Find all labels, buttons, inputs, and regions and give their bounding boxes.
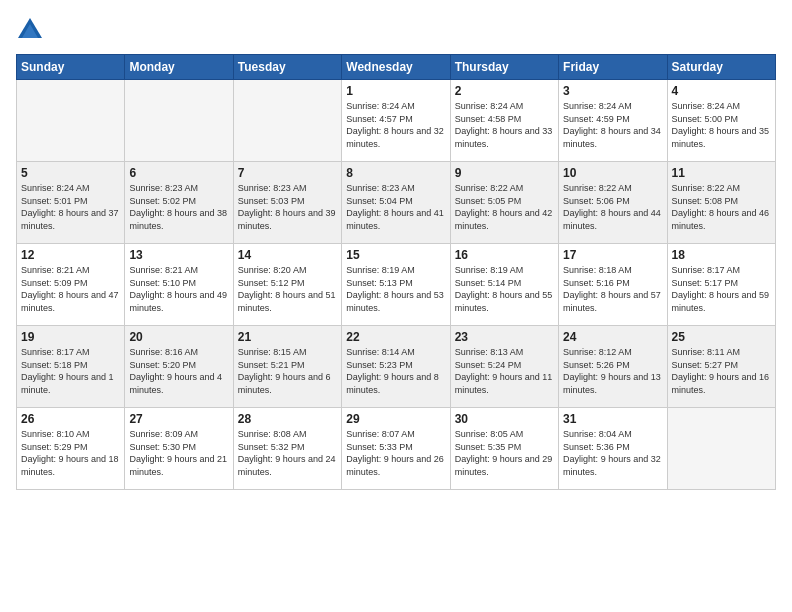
calendar-cell: 19Sunrise: 8:17 AM Sunset: 5:18 PM Dayli… — [17, 326, 125, 408]
day-number: 4 — [672, 84, 771, 98]
weekday-tuesday: Tuesday — [233, 55, 341, 80]
day-number: 19 — [21, 330, 120, 344]
day-info: Sunrise: 8:21 AM Sunset: 5:10 PM Dayligh… — [129, 264, 228, 314]
day-number: 12 — [21, 248, 120, 262]
day-info: Sunrise: 8:07 AM Sunset: 5:33 PM Dayligh… — [346, 428, 445, 478]
day-info: Sunrise: 8:23 AM Sunset: 5:04 PM Dayligh… — [346, 182, 445, 232]
day-info: Sunrise: 8:19 AM Sunset: 5:14 PM Dayligh… — [455, 264, 554, 314]
day-number: 29 — [346, 412, 445, 426]
day-info: Sunrise: 8:24 AM Sunset: 4:57 PM Dayligh… — [346, 100, 445, 150]
week-row-5: 26Sunrise: 8:10 AM Sunset: 5:29 PM Dayli… — [17, 408, 776, 490]
day-info: Sunrise: 8:13 AM Sunset: 5:24 PM Dayligh… — [455, 346, 554, 396]
calendar-cell: 20Sunrise: 8:16 AM Sunset: 5:20 PM Dayli… — [125, 326, 233, 408]
day-number: 15 — [346, 248, 445, 262]
day-number: 17 — [563, 248, 662, 262]
calendar-cell: 14Sunrise: 8:20 AM Sunset: 5:12 PM Dayli… — [233, 244, 341, 326]
calendar-cell — [667, 408, 775, 490]
day-info: Sunrise: 8:12 AM Sunset: 5:26 PM Dayligh… — [563, 346, 662, 396]
calendar-cell: 3Sunrise: 8:24 AM Sunset: 4:59 PM Daylig… — [559, 80, 667, 162]
calendar-cell: 12Sunrise: 8:21 AM Sunset: 5:09 PM Dayli… — [17, 244, 125, 326]
calendar-cell: 28Sunrise: 8:08 AM Sunset: 5:32 PM Dayli… — [233, 408, 341, 490]
day-number: 16 — [455, 248, 554, 262]
day-number: 10 — [563, 166, 662, 180]
calendar-cell: 2Sunrise: 8:24 AM Sunset: 4:58 PM Daylig… — [450, 80, 558, 162]
logo-icon — [16, 16, 44, 44]
day-number: 3 — [563, 84, 662, 98]
day-number: 9 — [455, 166, 554, 180]
calendar-cell: 25Sunrise: 8:11 AM Sunset: 5:27 PM Dayli… — [667, 326, 775, 408]
calendar-cell: 18Sunrise: 8:17 AM Sunset: 5:17 PM Dayli… — [667, 244, 775, 326]
calendar-cell: 16Sunrise: 8:19 AM Sunset: 5:14 PM Dayli… — [450, 244, 558, 326]
calendar-cell — [233, 80, 341, 162]
calendar-cell: 29Sunrise: 8:07 AM Sunset: 5:33 PM Dayli… — [342, 408, 450, 490]
day-number: 24 — [563, 330, 662, 344]
day-number: 7 — [238, 166, 337, 180]
day-info: Sunrise: 8:08 AM Sunset: 5:32 PM Dayligh… — [238, 428, 337, 478]
calendar-cell: 11Sunrise: 8:22 AM Sunset: 5:08 PM Dayli… — [667, 162, 775, 244]
day-info: Sunrise: 8:22 AM Sunset: 5:05 PM Dayligh… — [455, 182, 554, 232]
week-row-4: 19Sunrise: 8:17 AM Sunset: 5:18 PM Dayli… — [17, 326, 776, 408]
day-info: Sunrise: 8:23 AM Sunset: 5:03 PM Dayligh… — [238, 182, 337, 232]
calendar-cell: 27Sunrise: 8:09 AM Sunset: 5:30 PM Dayli… — [125, 408, 233, 490]
day-info: Sunrise: 8:16 AM Sunset: 5:20 PM Dayligh… — [129, 346, 228, 396]
weekday-thursday: Thursday — [450, 55, 558, 80]
calendar-cell: 1Sunrise: 8:24 AM Sunset: 4:57 PM Daylig… — [342, 80, 450, 162]
day-number: 23 — [455, 330, 554, 344]
calendar-cell: 17Sunrise: 8:18 AM Sunset: 5:16 PM Dayli… — [559, 244, 667, 326]
day-info: Sunrise: 8:15 AM Sunset: 5:21 PM Dayligh… — [238, 346, 337, 396]
day-info: Sunrise: 8:17 AM Sunset: 5:17 PM Dayligh… — [672, 264, 771, 314]
calendar-cell: 22Sunrise: 8:14 AM Sunset: 5:23 PM Dayli… — [342, 326, 450, 408]
day-info: Sunrise: 8:22 AM Sunset: 5:06 PM Dayligh… — [563, 182, 662, 232]
header — [16, 16, 776, 44]
calendar-cell: 13Sunrise: 8:21 AM Sunset: 5:10 PM Dayli… — [125, 244, 233, 326]
day-number: 26 — [21, 412, 120, 426]
day-info: Sunrise: 8:24 AM Sunset: 4:59 PM Dayligh… — [563, 100, 662, 150]
day-number: 18 — [672, 248, 771, 262]
day-number: 2 — [455, 84, 554, 98]
day-info: Sunrise: 8:23 AM Sunset: 5:02 PM Dayligh… — [129, 182, 228, 232]
day-number: 22 — [346, 330, 445, 344]
calendar-cell: 5Sunrise: 8:24 AM Sunset: 5:01 PM Daylig… — [17, 162, 125, 244]
week-row-2: 5Sunrise: 8:24 AM Sunset: 5:01 PM Daylig… — [17, 162, 776, 244]
day-number: 21 — [238, 330, 337, 344]
page: SundayMondayTuesdayWednesdayThursdayFrid… — [0, 0, 792, 612]
calendar-cell: 30Sunrise: 8:05 AM Sunset: 5:35 PM Dayli… — [450, 408, 558, 490]
day-info: Sunrise: 8:19 AM Sunset: 5:13 PM Dayligh… — [346, 264, 445, 314]
day-number: 8 — [346, 166, 445, 180]
calendar-cell: 4Sunrise: 8:24 AM Sunset: 5:00 PM Daylig… — [667, 80, 775, 162]
day-number: 25 — [672, 330, 771, 344]
calendar-cell: 10Sunrise: 8:22 AM Sunset: 5:06 PM Dayli… — [559, 162, 667, 244]
week-row-1: 1Sunrise: 8:24 AM Sunset: 4:57 PM Daylig… — [17, 80, 776, 162]
calendar-cell: 6Sunrise: 8:23 AM Sunset: 5:02 PM Daylig… — [125, 162, 233, 244]
day-info: Sunrise: 8:18 AM Sunset: 5:16 PM Dayligh… — [563, 264, 662, 314]
weekday-monday: Monday — [125, 55, 233, 80]
day-number: 27 — [129, 412, 228, 426]
day-info: Sunrise: 8:24 AM Sunset: 5:01 PM Dayligh… — [21, 182, 120, 232]
calendar-cell: 21Sunrise: 8:15 AM Sunset: 5:21 PM Dayli… — [233, 326, 341, 408]
weekday-saturday: Saturday — [667, 55, 775, 80]
day-info: Sunrise: 8:09 AM Sunset: 5:30 PM Dayligh… — [129, 428, 228, 478]
day-number: 14 — [238, 248, 337, 262]
weekday-sunday: Sunday — [17, 55, 125, 80]
weekday-friday: Friday — [559, 55, 667, 80]
day-number: 20 — [129, 330, 228, 344]
weekday-wednesday: Wednesday — [342, 55, 450, 80]
calendar-cell: 9Sunrise: 8:22 AM Sunset: 5:05 PM Daylig… — [450, 162, 558, 244]
day-number: 13 — [129, 248, 228, 262]
calendar-cell: 26Sunrise: 8:10 AM Sunset: 5:29 PM Dayli… — [17, 408, 125, 490]
day-info: Sunrise: 8:21 AM Sunset: 5:09 PM Dayligh… — [21, 264, 120, 314]
day-number: 6 — [129, 166, 228, 180]
day-number: 31 — [563, 412, 662, 426]
day-number: 5 — [21, 166, 120, 180]
day-info: Sunrise: 8:14 AM Sunset: 5:23 PM Dayligh… — [346, 346, 445, 396]
day-info: Sunrise: 8:17 AM Sunset: 5:18 PM Dayligh… — [21, 346, 120, 396]
calendar-cell: 31Sunrise: 8:04 AM Sunset: 5:36 PM Dayli… — [559, 408, 667, 490]
day-number: 30 — [455, 412, 554, 426]
day-info: Sunrise: 8:10 AM Sunset: 5:29 PM Dayligh… — [21, 428, 120, 478]
calendar-cell: 8Sunrise: 8:23 AM Sunset: 5:04 PM Daylig… — [342, 162, 450, 244]
calendar-cell: 24Sunrise: 8:12 AM Sunset: 5:26 PM Dayli… — [559, 326, 667, 408]
day-info: Sunrise: 8:22 AM Sunset: 5:08 PM Dayligh… — [672, 182, 771, 232]
calendar-cell: 7Sunrise: 8:23 AM Sunset: 5:03 PM Daylig… — [233, 162, 341, 244]
calendar-cell — [125, 80, 233, 162]
day-info: Sunrise: 8:04 AM Sunset: 5:36 PM Dayligh… — [563, 428, 662, 478]
